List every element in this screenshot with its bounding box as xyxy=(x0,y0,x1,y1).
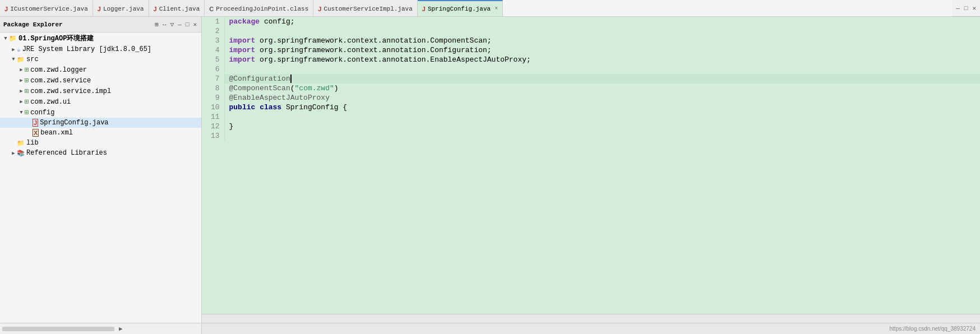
tree-label-lib: lib xyxy=(26,139,39,147)
package-explorer-panel: Package Explorer ⊞ ↔ ▽ — □ ✕ ▼📁01.Spring… xyxy=(0,17,202,334)
status-bar: https://blog.csdn.net/qq_38932724 xyxy=(202,323,980,334)
tree-arrow-project[interactable]: ▼ xyxy=(2,36,9,41)
tree-label-project: 01.SpringAOP环境搭建 xyxy=(19,34,94,43)
line-content-1[interactable]: package config; xyxy=(224,17,980,26)
sidebar-tree[interactable]: ▼📁01.SpringAOP环境搭建▶☕JRE System Library [… xyxy=(0,33,201,323)
line-content-10[interactable]: public class SpringConfig { xyxy=(224,103,980,112)
close-sidebar-icon[interactable]: ✕ xyxy=(192,20,198,29)
tab-icon-icustomerservice: J xyxy=(4,6,8,12)
code-line-2: 2 xyxy=(202,26,980,36)
tree-item-src[interactable]: ▼📁src xyxy=(0,54,201,64)
minimize-sidebar-icon[interactable]: — xyxy=(177,21,183,29)
tab-icustomerservice[interactable]: JICustomerService.java xyxy=(0,0,93,16)
tab-proceedingjoinpoint[interactable]: CProceedingJoinPoint.class xyxy=(205,0,313,16)
tab-label-customerserviceimpl: CustomerServiceImpl.java xyxy=(323,6,412,12)
line-content-13[interactable] xyxy=(224,131,980,141)
tree-icon-pkg-service-impl: ⊞ xyxy=(25,87,29,95)
line-content-11[interactable] xyxy=(224,112,980,122)
line-content-2[interactable] xyxy=(224,26,980,36)
sidebar-header: Package Explorer ⊞ ↔ ▽ — □ ✕ xyxy=(0,17,201,33)
line-content-12[interactable]: } xyxy=(224,122,980,131)
tree-item-pkg-ui[interactable]: ▶⊞com.zwd.ui xyxy=(0,96,201,107)
code-editor[interactable]: 1package config;2 3import org.springfram… xyxy=(202,17,980,314)
tree-icon-jre: ☕ xyxy=(17,46,21,53)
tree-icon-pkg-ui: ⊞ xyxy=(25,98,29,106)
line-content-9[interactable]: @EnableAspectJAutoProxy xyxy=(224,93,980,103)
code-line-7: 7@Configuration xyxy=(202,74,980,84)
line-content-4[interactable]: import org.springframework.context.annot… xyxy=(224,45,980,55)
line-content-5[interactable]: import org.springframework.context.annot… xyxy=(224,55,980,64)
tree-item-jre[interactable]: ▶☕JRE System Library [jdk1.8.0_65] xyxy=(0,44,201,54)
tab-icon-springconfig: J xyxy=(422,6,426,12)
tree-label-pkg-config: config xyxy=(30,109,54,117)
tab-icon-customerserviceimpl: J xyxy=(318,6,321,12)
tree-arrow-pkg-service-impl[interactable]: ▶ xyxy=(18,88,25,94)
tree-icon-pkg-service: ⊞ xyxy=(25,76,29,85)
maximize-sidebar-icon[interactable]: □ xyxy=(184,21,191,29)
tab-close-springconfig[interactable]: × xyxy=(494,6,498,12)
line-number-6: 6 xyxy=(202,64,224,74)
line-number-12: 12 xyxy=(202,122,224,131)
code-line-5: 5import org.springframework.context.anno… xyxy=(202,55,980,64)
tab-bar: JICustomerService.javaJLogger.javaJClien… xyxy=(0,0,952,17)
sidebar-toolbar: ⊞ ↔ ▽ — □ ✕ xyxy=(154,20,198,29)
tab-label-proceedingjoinpoint: ProceedingJoinPoint.class xyxy=(216,6,308,12)
close-window-button[interactable]: ✕ xyxy=(970,4,978,12)
tree-icon-lib: 📁 xyxy=(17,140,25,147)
tab-client[interactable]: JClient.java xyxy=(149,0,205,16)
tree-icon-file-bean: X xyxy=(33,129,39,137)
line-content-6[interactable] xyxy=(224,64,980,74)
tree-arrow-src[interactable]: ▼ xyxy=(10,57,17,62)
line-number-4: 4 xyxy=(202,45,224,55)
line-number-11: 11 xyxy=(202,112,224,122)
code-line-11: 11 xyxy=(202,112,980,122)
line-content-3[interactable]: import org.springframework.context.annot… xyxy=(224,36,980,45)
code-line-4: 4import org.springframework.context.anno… xyxy=(202,45,980,55)
tree-arrow-pkg-config[interactable]: ▼ xyxy=(18,110,25,115)
sidebar-title: Package Explorer xyxy=(3,21,154,28)
tree-item-reflibs[interactable]: ▶📚Referenced Libraries xyxy=(0,148,201,158)
maximize-button[interactable]: □ xyxy=(963,5,970,12)
tab-customerserviceimpl[interactable]: JCustomerServiceImpl.java xyxy=(313,0,418,16)
window-controls: — □ ✕ xyxy=(952,0,980,16)
tree-label-src: src xyxy=(26,55,39,63)
tree-item-lib[interactable]: 📁lib xyxy=(0,138,201,148)
tree-arrow-pkg-ui[interactable]: ▶ xyxy=(18,99,25,105)
tree-icon-pkg-config: ⊞ xyxy=(25,108,29,117)
view-menu-icon[interactable]: ▽ xyxy=(169,20,175,29)
tab-label-icustomerservice: ICustomerService.java xyxy=(10,6,88,12)
tree-item-pkg-config[interactable]: ▼⊞config xyxy=(0,107,201,118)
tab-label-client: Client.java xyxy=(159,6,200,12)
link-with-editor-icon[interactable]: ↔ xyxy=(161,21,168,29)
sidebar-scrollbar[interactable]: ▶ xyxy=(0,323,201,334)
line-number-5: 5 xyxy=(202,55,224,64)
tree-item-file-springconfig[interactable]: JSpringConfig.java xyxy=(0,118,201,128)
tab-logger[interactable]: JLogger.java xyxy=(93,0,149,16)
tree-icon-pkg-logger: ⊞ xyxy=(25,66,29,74)
line-content-8[interactable]: @ComponentScan("com.zwd") xyxy=(224,84,980,93)
tree-item-pkg-logger[interactable]: ▶⊞com.zwd.logger xyxy=(0,64,201,75)
tab-label-logger: Logger.java xyxy=(103,6,144,12)
line-content-7[interactable]: @Configuration xyxy=(224,74,980,84)
tree-item-pkg-service[interactable]: ▶⊞com.zwd.service xyxy=(0,75,201,86)
tree-item-file-bean[interactable]: Xbean.xml xyxy=(0,128,201,138)
tab-icon-proceedingjoinpoint: C xyxy=(209,6,214,12)
minimize-button[interactable]: — xyxy=(954,5,961,12)
tree-arrow-pkg-logger[interactable]: ▶ xyxy=(18,67,25,73)
status-url: https://blog.csdn.net/qq_38932724 xyxy=(890,326,976,332)
collapse-all-icon[interactable]: ⊞ xyxy=(154,20,160,29)
editor-scrollbar[interactable] xyxy=(202,314,980,323)
tree-label-pkg-ui: com.zwd.ui xyxy=(30,98,71,106)
tree-arrow-reflibs[interactable]: ▶ xyxy=(10,150,17,156)
tab-springconfig[interactable]: JSpringConfig.java× xyxy=(418,0,503,16)
tree-arrow-pkg-service[interactable]: ▶ xyxy=(18,77,25,84)
line-number-10: 10 xyxy=(202,103,224,112)
tree-item-project[interactable]: ▼📁01.SpringAOP环境搭建 xyxy=(0,33,201,44)
code-line-1: 1package config; xyxy=(202,17,980,26)
tree-icon-reflibs: 📚 xyxy=(17,150,25,157)
tree-arrow-jre[interactable]: ▶ xyxy=(10,47,17,53)
line-number-2: 2 xyxy=(202,26,224,36)
line-number-8: 8 xyxy=(202,84,224,93)
code-line-12: 12} xyxy=(202,122,980,131)
tree-item-pkg-service-impl[interactable]: ▶⊞com.zwd.service.impl xyxy=(0,86,201,96)
